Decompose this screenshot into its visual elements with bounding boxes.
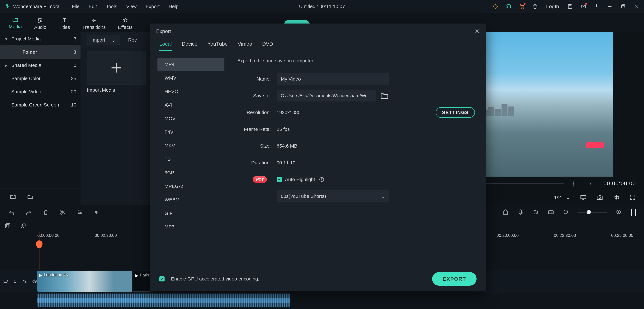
library-sample-video[interactable]: Sample Video 20 xyxy=(0,85,80,98)
format-mp3[interactable]: MP3 xyxy=(158,220,224,234)
format-mp4[interactable]: MP4 xyxy=(158,58,224,71)
format-webm[interactable]: WEBM xyxy=(158,193,224,206)
library-project-media[interactable]: ▾ Project Media 3 xyxy=(0,32,80,46)
menu-tools[interactable]: Tools xyxy=(102,2,121,11)
export-tab-youtube[interactable]: YouTube xyxy=(203,39,232,51)
library-shared-media[interactable]: ▸ Shared Media 0 xyxy=(0,59,80,72)
timeline-zoom-slider[interactable] xyxy=(578,212,607,213)
timeline-clip-paris[interactable]: ▶ Paris xyxy=(133,271,151,291)
link-icon[interactable] xyxy=(20,223,26,229)
format-mkv[interactable]: MKV xyxy=(158,139,224,152)
highlight-duration-select[interactable]: 60s(YouTube Shorts) ⌄ xyxy=(276,190,389,202)
export-name-input[interactable] xyxy=(276,73,389,85)
chevron-down-icon: ⌄ xyxy=(566,194,570,200)
window-restore-icon[interactable] xyxy=(620,4,626,10)
eye-icon[interactable] xyxy=(32,279,37,284)
adjust-icon[interactable] xyxy=(77,209,83,215)
redo-icon[interactable] xyxy=(26,209,32,215)
folder-icon[interactable] xyxy=(27,193,34,200)
zoom-out-icon[interactable] xyxy=(563,209,569,215)
format-avi[interactable]: AVI xyxy=(158,98,224,112)
value-resolution: 1920x1080 xyxy=(276,110,300,115)
cart-icon[interactable] xyxy=(519,4,525,10)
tips-icon[interactable] xyxy=(492,4,498,10)
audio-wave-icon[interactable] xyxy=(94,209,100,215)
close-icon[interactable] xyxy=(474,29,480,34)
snapshot-icon[interactable] xyxy=(596,194,603,201)
tab-titles[interactable]: Titles xyxy=(52,16,76,32)
trash-icon[interactable] xyxy=(42,209,49,215)
ruler-mark: 00:25:00:00 xyxy=(611,233,633,238)
export-tab-local[interactable]: Local xyxy=(155,39,176,51)
timeline-clip-london[interactable]: ▶ London in 4K xyxy=(37,271,132,291)
preview-pager[interactable]: 1/2 ⌄ xyxy=(554,194,570,200)
format-3gp[interactable]: 3GP xyxy=(158,166,224,179)
delete-icon[interactable] xyxy=(532,4,538,10)
split-icon[interactable] xyxy=(60,209,66,215)
plus-icon xyxy=(109,61,123,75)
titlebar: Wondershare Filmora File Edit Tools View… xyxy=(0,0,644,13)
support-icon[interactable] xyxy=(506,4,512,10)
zoom-fit-icon[interactable] xyxy=(631,209,636,216)
new-folder-icon[interactable] xyxy=(10,193,16,200)
import-dropdown[interactable]: Import ⌄ xyxy=(87,35,120,45)
export-settings-button[interactable]: SETTINGS xyxy=(436,107,475,118)
export-confirm-button[interactable]: EXPORT xyxy=(432,272,476,286)
label-resolution: Resolution: xyxy=(236,110,276,115)
mark-out-icon[interactable]: } xyxy=(584,179,596,187)
tab-titles-label: Titles xyxy=(58,25,70,30)
format-mov[interactable]: MOV xyxy=(158,112,224,125)
label-saveto: Save to: xyxy=(236,93,276,98)
mark-in-icon[interactable]: { xyxy=(568,179,580,187)
login-button[interactable]: LogIn xyxy=(545,4,560,10)
export-tab-dvd[interactable]: DVD xyxy=(258,39,277,51)
zoom-in-icon[interactable] xyxy=(616,209,622,215)
svg-point-19 xyxy=(34,281,36,282)
record-button[interactable]: Rec xyxy=(124,35,140,45)
auto-highlight-checkbox[interactable] xyxy=(276,177,282,182)
import-tile[interactable]: Import Media xyxy=(87,51,146,93)
display-icon[interactable] xyxy=(580,194,587,201)
format-gif[interactable]: GIF xyxy=(158,206,224,220)
save-icon[interactable] xyxy=(567,4,573,10)
audio-track-linked[interactable] xyxy=(0,292,644,308)
help-icon[interactable] xyxy=(319,177,324,182)
timeline-audio-clip[interactable] xyxy=(37,293,290,307)
export-tab-vimeo[interactable]: Vimeo xyxy=(234,39,256,51)
caption-icon[interactable] xyxy=(548,209,554,215)
fullscreen-icon[interactable] xyxy=(629,194,636,201)
marker-icon[interactable] xyxy=(502,209,509,215)
window-close-icon[interactable] xyxy=(633,4,639,10)
tab-transitions[interactable]: Transitions xyxy=(76,16,112,32)
format-wmv[interactable]: WMV xyxy=(158,71,224,85)
export-tabs: Local Device YouTube Vimeo DVD xyxy=(150,39,486,51)
library-sample-color[interactable]: Sample Color 25 xyxy=(0,72,80,85)
music-list-icon[interactable] xyxy=(532,209,539,215)
menu-view[interactable]: View xyxy=(122,2,140,11)
message-icon[interactable] xyxy=(580,4,586,10)
format-mpeg2[interactable]: MPEG-2 xyxy=(158,179,224,193)
undo-icon[interactable] xyxy=(8,209,15,215)
tab-media[interactable]: Media xyxy=(2,15,28,32)
format-hevc[interactable]: HEVC xyxy=(158,85,224,98)
browse-folder-icon[interactable] xyxy=(380,91,389,100)
format-ts[interactable]: TS xyxy=(158,152,224,166)
gpu-checkbox[interactable]: Enable GPU accelerated video encoding. xyxy=(160,276,259,282)
download-icon[interactable] xyxy=(594,4,600,10)
window-minimize-icon[interactable] xyxy=(607,4,613,10)
menu-edit[interactable]: Edit xyxy=(85,2,101,11)
menu-export[interactable]: Export xyxy=(142,2,164,11)
duplicate-icon[interactable] xyxy=(4,223,11,229)
message-badge xyxy=(585,3,587,5)
mic-icon[interactable] xyxy=(518,209,524,215)
menu-file[interactable]: File xyxy=(68,2,84,11)
format-f4v[interactable]: F4V xyxy=(158,125,224,139)
library-sample-green[interactable]: Sample Green Screen 10 xyxy=(0,98,80,112)
volume-icon[interactable] xyxy=(613,194,620,201)
library-folder[interactable]: Folder 3 xyxy=(0,46,80,59)
tab-audio[interactable]: Audio xyxy=(28,16,53,32)
lock-icon[interactable] xyxy=(22,279,27,284)
export-tab-device[interactable]: Device xyxy=(178,39,202,51)
menu-help[interactable]: Help xyxy=(165,2,182,11)
tab-effects[interactable]: Effects xyxy=(112,16,139,32)
